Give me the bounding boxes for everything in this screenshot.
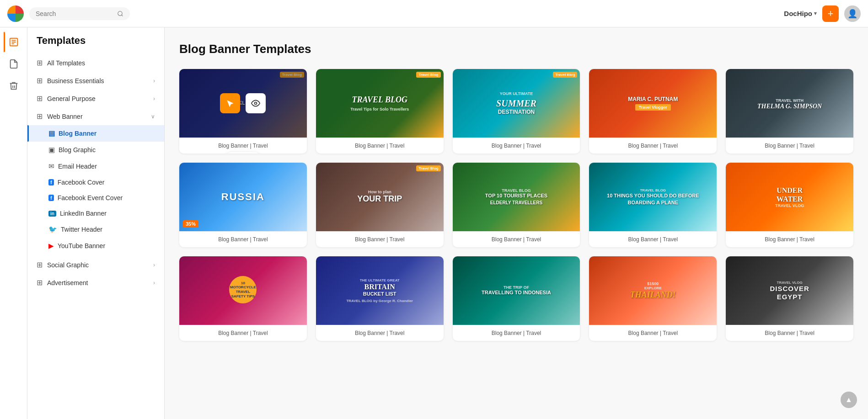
facebook-event-icon: f bbox=[48, 195, 54, 201]
social-graphic-icon: ⊞ bbox=[37, 260, 43, 269]
main-content: Blog Banner Templates TRAVEL VLOG Travel… bbox=[165, 27, 868, 419]
template-label-15: Blog Banner | Travel bbox=[726, 325, 853, 341]
sidebar-item-all-templates[interactable]: ⊞ All Templates bbox=[27, 54, 164, 72]
template-card-4[interactable]: Maria C. Putnam Travel Vlogger Blog Bann… bbox=[589, 69, 717, 154]
template-card-12[interactable]: THE ULTIMATE GREAT Britain BUCKET LIST T… bbox=[316, 256, 444, 341]
general-purpose-label: General Purpose bbox=[47, 95, 96, 102]
sub-item-linkedin-banner[interactable]: in LinkedIn Banner bbox=[27, 206, 164, 221]
sidebar-item-advertisement[interactable]: ⊞ Advertisement › bbox=[27, 274, 164, 292]
general-purpose-chevron-icon: › bbox=[153, 95, 155, 102]
template-card-11[interactable]: 10MOTORCYCLETRAVELSAFETY TIPS Blog Banne… bbox=[179, 256, 307, 341]
svg-point-0 bbox=[118, 11, 122, 15]
template-badge-2: Travel Blog bbox=[416, 72, 440, 78]
sub-item-email-header[interactable]: ✉ Email Header bbox=[27, 158, 164, 175]
sidebar-icon-note[interactable] bbox=[4, 54, 24, 74]
business-essentials-icon: ⊞ bbox=[37, 76, 43, 85]
template-badge-7: Travel Blog bbox=[416, 165, 440, 171]
sub-item-youtube-banner[interactable]: ▶ YouTube Banner bbox=[27, 238, 164, 254]
main-layout: Templates ⊞ All Templates ⊞ Business Ess… bbox=[0, 27, 868, 419]
sidebar-item-business-essentials[interactable]: ⊞ Business Essentials › bbox=[27, 72, 164, 90]
template-card-5[interactable]: TRAVEL WITH Thelma G. Simpson Blog Banne… bbox=[726, 69, 853, 154]
sidebar-item-general-purpose[interactable]: ⊞ General Purpose › bbox=[27, 90, 164, 107]
brand-chevron-icon: ▾ bbox=[814, 11, 817, 16]
scroll-top-button[interactable]: ▲ bbox=[841, 392, 857, 408]
svg-line-1 bbox=[122, 15, 123, 16]
template-card-6[interactable]: RUSSIA 35% Blog Banner | Travel bbox=[179, 163, 307, 247]
facebook-cover-icon: f bbox=[48, 179, 54, 186]
business-essentials-chevron-icon: › bbox=[153, 78, 155, 84]
nav-right: DocHipo ▾ + 👤 bbox=[784, 5, 861, 22]
sidebar-title: Templates bbox=[27, 35, 164, 54]
template-label-5: Blog Banner | Travel bbox=[726, 138, 853, 154]
topnav: DocHipo ▾ + 👤 bbox=[0, 0, 868, 27]
template-label-12: Blog Banner | Travel bbox=[316, 325, 444, 341]
template-card-9[interactable]: TRAVEL BLOG 10 THINGS YOU SHOULD DO BEFO… bbox=[589, 163, 717, 247]
sub-item-facebook-cover[interactable]: f Facebook Cover bbox=[27, 175, 164, 190]
sub-item-blog-banner[interactable]: ▤ Blog Banner bbox=[27, 125, 164, 142]
advertisement-chevron-icon: › bbox=[153, 280, 155, 286]
select-cursor-button[interactable] bbox=[220, 93, 240, 113]
sub-item-facebook-event-cover[interactable]: f Facebook Event Cover bbox=[27, 190, 164, 206]
search-icon bbox=[117, 10, 123, 17]
template-card-1[interactable]: TRAVEL VLOG Travel Blog Blog Banner | Tr… bbox=[179, 69, 307, 154]
social-graphic-label: Social Graphic bbox=[47, 261, 89, 269]
logo-icon[interactable] bbox=[7, 5, 24, 22]
sidebar-icon-trash[interactable] bbox=[4, 76, 24, 96]
sub-item-twitter-header[interactable]: 🐦 Twitter Header bbox=[27, 221, 164, 238]
template-card-2[interactable]: Travel Blog Travel Tips for Solo Travell… bbox=[316, 69, 444, 154]
template-card-15[interactable]: TRAVEL VLOG DISCOVER EGYPT Blog Banner |… bbox=[726, 256, 853, 341]
twitter-icon: 🐦 bbox=[48, 225, 57, 233]
template-badge-3: Travel Blog bbox=[553, 72, 577, 78]
svg-point-6 bbox=[255, 102, 257, 105]
search-bar bbox=[29, 7, 130, 20]
blog-graphic-label: Blog Graphic bbox=[59, 146, 96, 154]
template-label-1: Blog Banner | Travel bbox=[179, 138, 307, 154]
icon-sidebar bbox=[0, 27, 27, 419]
twitter-label: Twitter Header bbox=[61, 226, 102, 233]
add-button[interactable]: + bbox=[822, 5, 839, 22]
advertisement-label: Advertisement bbox=[47, 279, 88, 286]
youtube-label: YouTube Banner bbox=[58, 242, 105, 249]
template-sale-6: 35% bbox=[183, 220, 198, 228]
sidebar-icon-document[interactable] bbox=[4, 32, 24, 52]
email-header-icon: ✉ bbox=[48, 162, 54, 170]
brand-name-button[interactable]: DocHipo ▾ bbox=[784, 10, 817, 17]
left-sidebar: Templates ⊞ All Templates ⊞ Business Ess… bbox=[27, 27, 165, 419]
select-label[interactable]: Select bbox=[226, 152, 260, 154]
template-label-11: Blog Banner | Travel bbox=[179, 325, 307, 341]
template-overlay-1 bbox=[179, 69, 307, 138]
template-card-10[interactable]: Under Water TRAVEL VLOG Blog Banner | Tr… bbox=[726, 163, 853, 247]
sidebar-item-web-banner[interactable]: ⊞ Web Banner ∨ bbox=[27, 107, 164, 125]
template-label-13: Blog Banner | Travel bbox=[453, 325, 580, 341]
sidebar-item-social-graphic[interactable]: ⊞ Social Graphic › bbox=[27, 256, 164, 274]
preview-button[interactable] bbox=[246, 93, 266, 113]
blog-graphic-icon: ▣ bbox=[48, 146, 55, 154]
template-card-7[interactable]: How to plan YOUR TRIP Travel Blog Blog B… bbox=[316, 163, 444, 247]
linkedin-icon: in bbox=[48, 211, 56, 217]
template-card-3[interactable]: YOUR ULTIMATE Summer DESTINATION Travel … bbox=[453, 69, 580, 154]
blog-banner-label: Blog Banner bbox=[59, 130, 96, 137]
avatar[interactable]: 👤 bbox=[844, 5, 861, 22]
linkedin-label: LinkedIn Banner bbox=[60, 210, 107, 217]
all-templates-label: All Templates bbox=[47, 59, 85, 67]
template-card-8[interactable]: TRAVEL BLOG TOP 10 tourist places ELDERL… bbox=[453, 163, 580, 247]
page-title: Blog Banner Templates bbox=[179, 42, 853, 56]
template-label-8: Blog Banner | Travel bbox=[453, 231, 580, 247]
blog-banner-icon: ▤ bbox=[48, 129, 55, 138]
youtube-icon: ▶ bbox=[48, 242, 54, 250]
template-label-14: Blog Banner | Travel bbox=[589, 325, 717, 341]
template-label-3: Blog Banner | Travel bbox=[453, 138, 580, 154]
template-label-4: Blog Banner | Travel bbox=[589, 138, 717, 154]
business-essentials-label: Business Essentials bbox=[47, 77, 104, 85]
template-label-2: Blog Banner | Travel bbox=[316, 138, 444, 154]
search-input[interactable] bbox=[36, 10, 113, 17]
sub-item-blog-graphic[interactable]: ▣ Blog Graphic bbox=[27, 142, 164, 158]
template-card-13[interactable]: THE TRIP OF Travelling to Indonesia Blog… bbox=[453, 256, 580, 341]
template-card-14[interactable]: $1500 EXPLORE Thailand! Blog Banner | Tr… bbox=[589, 256, 717, 341]
template-label-9: Blog Banner | Travel bbox=[589, 231, 717, 247]
web-banner-label: Web Banner bbox=[47, 113, 83, 120]
email-header-label: Email Header bbox=[58, 163, 97, 170]
social-graphic-chevron-icon: › bbox=[153, 262, 155, 268]
all-templates-icon: ⊞ bbox=[37, 58, 43, 67]
advertisement-icon: ⊞ bbox=[37, 278, 43, 287]
